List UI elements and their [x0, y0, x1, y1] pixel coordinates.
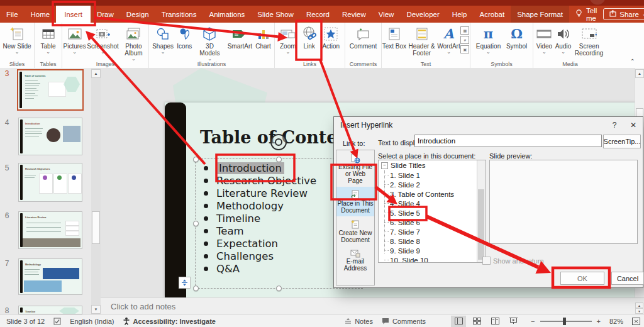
dialog-title-bar[interactable]: Insert Hyperlink ? ✕ [334, 117, 643, 133]
notes-pane[interactable]: Click to add notes [101, 297, 644, 314]
chart-button[interactable]: Chart [255, 24, 270, 50]
canvas-scroll-next-icon[interactable]: ▼ [635, 308, 643, 314]
thumbnail-scroll-down-icon[interactable]: ▼ [91, 305, 101, 314]
link-to-create-new-document[interactable]: Create New Document [336, 216, 374, 246]
thumbnail-scrollbar[interactable]: ▲ ▼ [91, 68, 101, 314]
accessibility-status[interactable]: Accessibility: Investigate [133, 318, 215, 325]
normal-view-button[interactable] [451, 316, 466, 327]
tree-item-slide-7[interactable]: 7. Slide 7 [379, 227, 486, 236]
slide-sorter-view-button[interactable] [469, 316, 484, 327]
symbol-button[interactable]: Ω Symbol [506, 24, 527, 50]
thumbnail-scroll-up-icon[interactable]: ▲ [91, 69, 101, 78]
tell-me-box[interactable]: Tell me [569, 6, 603, 23]
header-footer-button[interactable]: Header & Footer [407, 24, 437, 57]
smartart-button[interactable]: SmartArt [228, 24, 252, 50]
tab-animations[interactable]: Animations [203, 6, 251, 23]
canvas-scroll-up-icon[interactable]: ▲ [635, 69, 644, 78]
zoom-slider[interactable] [540, 321, 592, 322]
resize-handle[interactable] [193, 285, 199, 291]
tree-item-slide-4[interactable]: 4. Slide 4 [379, 199, 486, 208]
dialog-help-button[interactable]: ? [605, 117, 624, 133]
tree-item-slide-9[interactable]: 9. Slide 9 [379, 246, 486, 255]
canvas-scroll-prev-icon[interactable]: ▲ [635, 302, 643, 308]
tab-developer[interactable]: Developer [400, 6, 445, 23]
zoom-slider-thumb[interactable] [563, 318, 566, 325]
tab-view[interactable]: View [372, 6, 401, 23]
tab-record[interactable]: Record [300, 6, 336, 23]
cancel-button[interactable]: Cancel [611, 272, 644, 285]
tree-item-slide-8[interactable]: 8. Slide 8 [379, 236, 486, 246]
icons-button[interactable]: Icons [177, 24, 192, 50]
zoom-button[interactable]: Zoom ⌄ [280, 24, 296, 54]
tree-item-slide-6[interactable]: 6. Slide 6 [379, 218, 486, 227]
shapes-button[interactable]: Shapes ⌄ [152, 24, 174, 54]
tree-item-slide-5[interactable]: 5. Slide 5 [379, 208, 486, 218]
new-slide-button[interactable]: New Slide ⌄ [3, 24, 31, 54]
comment-button[interactable]: Comment [350, 24, 377, 50]
screentip-button[interactable]: ScreenTip... [603, 135, 641, 148]
link-to-place-in-document[interactable]: Place in This Document [336, 187, 374, 216]
tree-item-slide-1[interactable]: 1. Slide 1 [379, 170, 486, 180]
link-button[interactable]: Link [301, 24, 318, 50]
action-button[interactable]: Action [322, 24, 340, 50]
screenshot-button[interactable]: Screenshot ⌄ [87, 24, 119, 54]
fit-to-window-button[interactable] [632, 318, 640, 325]
audio-button[interactable]: Audio ⌄ [555, 24, 572, 54]
slide-number-button[interactable]: # [460, 36, 469, 44]
tab-slide-show[interactable]: Slide Show [251, 6, 300, 23]
pictures-button[interactable]: Pictures ⌄ [64, 24, 86, 54]
thumbnail-slide-6[interactable]: Literature Review [18, 211, 82, 249]
tree-scrollbar-thumb[interactable] [478, 189, 484, 260]
thumbnail-slide-7[interactable]: Methodology [18, 258, 82, 295]
ok-button[interactable]: OK [560, 272, 604, 285]
tab-transitions[interactable]: Transitions [155, 6, 203, 23]
tree-item-table-of-contents[interactable]: 3. Table of Contents [379, 189, 486, 199]
slide-show-button[interactable] [506, 316, 521, 327]
link-to-email-address[interactable]: E-mail Address [336, 246, 374, 274]
thumbnail-slide-8[interactable]: Timeline [18, 306, 82, 314]
language-status[interactable]: English (India) [70, 318, 114, 325]
resize-handle[interactable] [193, 221, 199, 226]
equation-button[interactable]: π Equation ⌄ [476, 24, 501, 54]
thumbnail-scrollbar-thumb[interactable] [92, 211, 100, 244]
thumbnail-slide-4[interactable]: Introduction [18, 118, 82, 155]
video-button[interactable]: Video ⌄ [536, 24, 552, 54]
show-and-return-checkbox[interactable] [482, 257, 491, 265]
tab-home[interactable]: Home [25, 6, 57, 23]
table-button[interactable]: Table ⌄ [41, 24, 56, 54]
photo-album-button[interactable]: Photo Album ⌄ [119, 24, 147, 61]
tree-item-slide-10[interactable]: 10. Slide 10 [379, 255, 486, 263]
zoom-out-button[interactable]: − [531, 318, 535, 325]
resize-handle[interactable] [193, 157, 199, 162]
resize-handle[interactable] [276, 285, 282, 291]
tab-design[interactable]: Design [120, 6, 155, 23]
text-to-display-input[interactable] [414, 135, 602, 147]
zoom-level[interactable]: 82% [609, 318, 623, 325]
document-place-tree[interactable]: − Slide Titles 1. Slide 1 2. Slide 2 3. … [378, 160, 486, 263]
tab-acrobat[interactable]: Acrobat [474, 6, 511, 23]
zoom-in-button[interactable]: + [597, 318, 601, 325]
tree-scrollbar[interactable] [477, 160, 486, 262]
dialog-close-button[interactable]: ✕ [624, 117, 643, 133]
tab-insert[interactable]: Insert [56, 6, 91, 23]
tree-collapse-icon[interactable]: − [381, 162, 388, 169]
thumbnail-slide-3[interactable]: Table of Contents [17, 69, 84, 111]
tab-review[interactable]: Review [336, 6, 372, 23]
notes-toggle[interactable]: Notes [345, 318, 373, 325]
thumbnail-slide-5[interactable]: Research Objectives [18, 163, 82, 202]
wordart-button[interactable]: A WordArt ⌄ [437, 24, 460, 54]
screen-recording-button[interactable]: Screen Recording [574, 24, 604, 57]
comments-toggle[interactable]: Comments [382, 318, 426, 325]
tab-file[interactable]: File [0, 6, 25, 23]
object-button[interactable]: ▣ [460, 45, 469, 53]
link-to-existing-file[interactable]: Existing File or Web Page [336, 150, 374, 187]
date-time-button[interactable]: ▦ [460, 26, 469, 35]
tab-help[interactable]: Help [446, 6, 474, 23]
slide-bullet-list[interactable]: Introduction Research Objective Literatu… [204, 162, 316, 275]
collapse-ribbon-icon[interactable]: ⌃ [630, 58, 635, 65]
autofit-options-button[interactable] [179, 277, 191, 289]
tab-shape-format[interactable]: Shape Format [511, 6, 569, 23]
3d-models-button[interactable]: 3D Models ⌄ [195, 24, 224, 61]
tab-draw[interactable]: Draw [91, 6, 120, 23]
tree-root-row[interactable]: − Slide Titles [379, 160, 486, 170]
